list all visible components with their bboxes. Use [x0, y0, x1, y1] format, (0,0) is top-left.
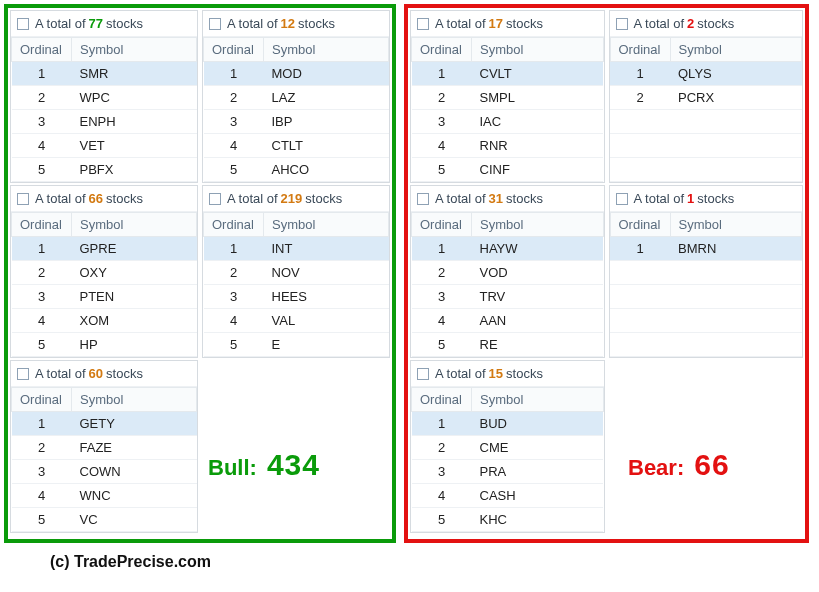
header-count: 66 — [89, 191, 103, 206]
ordinal-cell: 1 — [204, 62, 264, 86]
table-row[interactable]: 2FAZE — [12, 436, 197, 460]
ordinal-cell: 5 — [204, 158, 264, 182]
column-header-symbol[interactable]: Symbol — [72, 38, 197, 62]
table-row[interactable]: 4VET — [12, 134, 197, 158]
stock-card: A total of 12 stocksOrdinalSymbol1MOD2LA… — [202, 10, 390, 183]
symbol-cell: MOD — [264, 62, 389, 86]
stock-card: A total of 77 stocksOrdinalSymbol1SMR2WP… — [10, 10, 198, 183]
table-row[interactable]: 1QLYS — [610, 62, 802, 86]
table-row[interactable]: 1GETY — [12, 412, 197, 436]
symbol-cell: SMPL — [472, 86, 604, 110]
header-prefix: A total of — [634, 191, 685, 206]
column-header-ordinal[interactable]: Ordinal — [610, 213, 670, 237]
table-row[interactable]: 3COWN — [12, 460, 197, 484]
table-row[interactable]: 2NOV — [204, 261, 389, 285]
table-row[interactable]: 2VOD — [412, 261, 604, 285]
table-row[interactable]: 4CASH — [412, 484, 604, 508]
select-all-checkbox[interactable] — [616, 193, 628, 205]
table-row[interactable]: 5AHCO — [204, 158, 389, 182]
column-header-symbol[interactable]: Symbol — [472, 38, 604, 62]
column-header-ordinal[interactable]: Ordinal — [412, 38, 472, 62]
select-all-checkbox[interactable] — [209, 193, 221, 205]
table-row[interactable]: 4AAN — [412, 309, 604, 333]
table-row[interactable]: 5VC — [12, 508, 197, 532]
ordinal-cell: 2 — [12, 261, 72, 285]
table-row[interactable]: 3PRA — [412, 460, 604, 484]
table-row[interactable]: 2PCRX — [610, 86, 802, 110]
symbol-cell: INT — [264, 237, 389, 261]
column-header-ordinal[interactable]: Ordinal — [12, 388, 72, 412]
stock-table: OrdinalSymbol1SMR2WPC3ENPH4VET5PBFX — [11, 37, 197, 182]
table-row[interactable]: 5CINF — [412, 158, 604, 182]
table-row[interactable]: 3HEES — [204, 285, 389, 309]
table-row[interactable]: 5PBFX — [12, 158, 197, 182]
symbol-cell: GETY — [72, 412, 197, 436]
copyright: (c) TradePrecise.com — [0, 547, 819, 571]
select-all-checkbox[interactable] — [417, 193, 429, 205]
column-header-ordinal[interactable]: Ordinal — [412, 213, 472, 237]
ordinal-cell: 1 — [610, 237, 670, 261]
column-header-ordinal[interactable]: Ordinal — [12, 38, 72, 62]
table-row[interactable]: 2OXY — [12, 261, 197, 285]
column-header-symbol[interactable]: Symbol — [670, 213, 802, 237]
symbol-cell: VOD — [472, 261, 604, 285]
table-row[interactable]: 5KHC — [412, 508, 604, 532]
symbol-cell: RNR — [472, 134, 604, 158]
table-row[interactable]: 4WNC — [12, 484, 197, 508]
ordinal-cell: 4 — [204, 134, 264, 158]
table-row[interactable]: 2WPC — [12, 86, 197, 110]
select-all-checkbox[interactable] — [417, 18, 429, 30]
ordinal-cell: 3 — [204, 110, 264, 134]
table-row[interactable]: 3ENPH — [12, 110, 197, 134]
table-row[interactable]: 5E — [204, 333, 389, 357]
table-row[interactable]: 1GPRE — [12, 237, 197, 261]
select-all-checkbox[interactable] — [417, 368, 429, 380]
column-header-ordinal[interactable]: Ordinal — [204, 213, 264, 237]
table-row[interactable]: 3TRV — [412, 285, 604, 309]
table-row[interactable]: 1BMRN — [610, 237, 802, 261]
table-row[interactable]: 5HP — [12, 333, 197, 357]
ordinal-cell: 3 — [412, 285, 472, 309]
table-row[interactable]: 1CVLT — [412, 62, 604, 86]
column-header-ordinal[interactable]: Ordinal — [610, 38, 670, 62]
column-header-ordinal[interactable]: Ordinal — [204, 38, 264, 62]
table-row[interactable]: 2SMPL — [412, 86, 604, 110]
table-row[interactable]: 4RNR — [412, 134, 604, 158]
symbol-cell: CASH — [472, 484, 604, 508]
table-row[interactable]: 1INT — [204, 237, 389, 261]
table-row[interactable]: 1BUD — [412, 412, 604, 436]
symbol-cell: IBP — [264, 110, 389, 134]
stock-table: OrdinalSymbol1CVLT2SMPL3IAC4RNR5CINF — [411, 37, 604, 182]
header-count: 77 — [89, 16, 103, 31]
table-row[interactable]: 4XOM — [12, 309, 197, 333]
column-header-symbol[interactable]: Symbol — [472, 213, 604, 237]
table-row[interactable]: 2LAZ — [204, 86, 389, 110]
table-row[interactable]: 1HAYW — [412, 237, 604, 261]
column-header-ordinal[interactable]: Ordinal — [12, 213, 72, 237]
table-row[interactable]: 3PTEN — [12, 285, 197, 309]
table-row[interactable]: 2CME — [412, 436, 604, 460]
table-row[interactable]: 3IAC — [412, 110, 604, 134]
column-header-symbol[interactable]: Symbol — [264, 213, 389, 237]
column-header-symbol[interactable]: Symbol — [72, 213, 197, 237]
select-all-checkbox[interactable] — [17, 193, 29, 205]
select-all-checkbox[interactable] — [17, 368, 29, 380]
table-row[interactable]: 3IBP — [204, 110, 389, 134]
table-row[interactable]: 1MOD — [204, 62, 389, 86]
table-row-empty — [610, 261, 802, 285]
select-all-checkbox[interactable] — [616, 18, 628, 30]
select-all-checkbox[interactable] — [17, 18, 29, 30]
header-prefix: A total of — [634, 16, 685, 31]
table-row[interactable]: 5RE — [412, 333, 604, 357]
column-header-symbol[interactable]: Symbol — [264, 38, 389, 62]
select-all-checkbox[interactable] — [209, 18, 221, 30]
table-row[interactable]: 1SMR — [12, 62, 197, 86]
header-suffix: stocks — [697, 16, 734, 31]
stock-card: A total of 31 stocksOrdinalSymbol1HAYW2V… — [410, 185, 605, 358]
table-row[interactable]: 4VAL — [204, 309, 389, 333]
column-header-symbol[interactable]: Symbol — [472, 388, 604, 412]
column-header-symbol[interactable]: Symbol — [72, 388, 197, 412]
column-header-ordinal[interactable]: Ordinal — [412, 388, 472, 412]
table-row[interactable]: 4CTLT — [204, 134, 389, 158]
column-header-symbol[interactable]: Symbol — [670, 38, 802, 62]
